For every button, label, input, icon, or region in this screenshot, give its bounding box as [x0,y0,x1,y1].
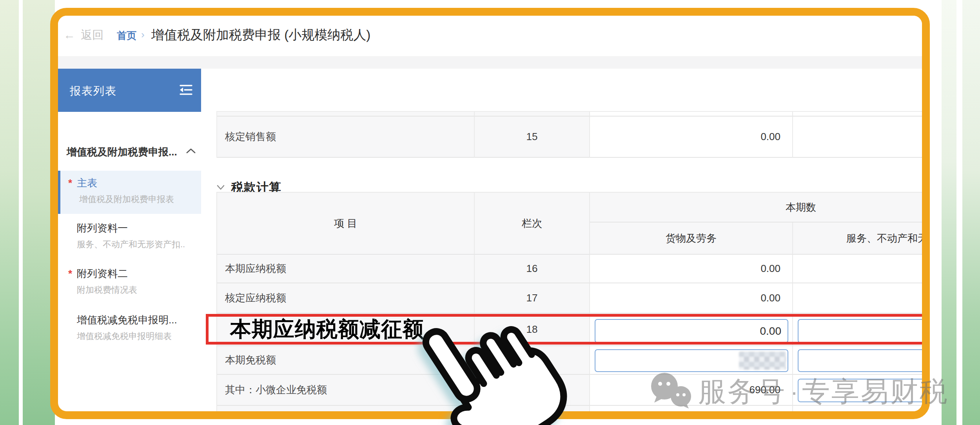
sidebar-group-toggle[interactable]: 增值税及附加税费申报... [67,145,196,162]
table-cell [793,112,930,117]
table-cell [217,112,475,117]
row-line-number: 15 [475,117,590,158]
row-line-number: 20 [475,375,590,406]
breadcrumb: ←返回 首页 › 增值税及附加税费申报 (小规模纳税人) [58,16,922,56]
annotation-row-label: 本期应纳税额减征额 [230,317,424,341]
breadcrumb-separator: › [141,29,145,41]
back-label: 返回 [81,29,103,41]
row-label: 核定销售额 [217,117,475,158]
table-sales-section: 核定销售额 15 0.00 [216,111,930,158]
row-line-number: 19 [475,346,590,375]
table-cell [793,255,930,283]
row-value: 0.00 [590,283,793,314]
table-cell [217,406,475,414]
required-asterisk: * [68,177,72,189]
table-cell [475,112,590,117]
highlight-annotation-box: 本期应纳税额减征额 [206,314,930,345]
required-asterisk: * [68,268,72,280]
sidebar-item-vat-reduction[interactable]: 增值税减免税申报明... 增值税减免税申报明细表 [58,313,201,352]
column-header-item: 项 目 [217,193,475,255]
table-cell [590,346,793,375]
sidebar-item-subtitle: 服务、不动产和无形资产扣.. [77,239,185,250]
column-header-current-period: 本期数 [590,193,930,223]
page: ←返回 首页 › 增值税及附加税费申报 (小规模纳税人) 报表列表 [0,0,980,425]
table-cell [793,375,930,406]
back-arrow-icon: ← [64,28,75,41]
app-window: ←返回 首页 › 增值税及附加税费申报 (小规模纳税人) 报表列表 [50,8,930,419]
page-title: 增值税及附加税费申报 (小规模纳税人) [151,26,370,44]
chevron-up-icon [186,148,196,155]
breadcrumb-home-link[interactable]: 首页 [117,29,136,42]
amount-input[interactable] [798,349,930,372]
row-label: 本期免税额 [217,346,475,375]
table-cell [590,406,793,414]
sidebar-title: 报表列表 [70,84,117,98]
table-tax-calculation: 项 目 栏次 本期数 货物及劳务 服务、不动产和无形资产 本期应纳税额 16 0… [216,192,930,414]
sidebar-item-main-form[interactable]: * 主表 增值税及附加税费申报表 [58,171,201,214]
sidebar-item-appendix-1[interactable]: 附列资料一 服务、不动产和无形资产扣.. [58,221,201,261]
background-stripe-right-inner [942,0,956,425]
chevron-down-icon [216,185,225,190]
redacted-value-blur [739,352,786,370]
row-value: 0.00 [590,117,793,158]
back-button[interactable]: ←返回 [64,27,103,43]
column-header-services-realestate: 服务、不动产和无形资产 [793,223,930,255]
sidebar-item-label: 附列资料一 [77,221,128,235]
table-cell [475,406,590,414]
row-line-number: 16 [475,255,590,283]
sidebar-item-label: 增值税减免税申报明... [77,313,177,327]
header-divider-band [58,56,922,69]
row-label: 核定应纳税额 [217,283,475,314]
background-stripe-left-outer [0,0,19,425]
sidebar-item-appendix-2[interactable]: * 附列资料二 附加税费情况表 [58,267,201,306]
sidebar-item-label: 主表 [77,176,97,190]
row-line-number: 17 [475,283,590,314]
background-stripe-right-outer [962,0,980,425]
table-cell [793,406,930,414]
sidebar-header: 报表列表 [58,69,201,112]
table-cell [793,117,930,158]
row-value: 0.00 [590,255,793,283]
sidebar-group-label: 增值税及附加税费申报... [67,146,177,158]
table-cell [793,346,930,375]
menu-fold-icon[interactable] [179,84,193,96]
sidebar-item-subtitle: 增值税及附加税费申报表 [79,193,174,205]
table-cell [793,283,930,314]
column-header-line-no: 栏次 [475,193,590,255]
table-cell [590,112,793,117]
amount-input[interactable] [595,349,788,372]
row-value: 690.00 [590,375,793,406]
sidebar-item-subtitle: 增值税减免税申报明细表 [77,330,172,342]
row-label: 其中：小微企业免税额 [217,375,475,406]
amount-input[interactable] [798,379,930,402]
sidebar-item-label: 附列资料二 [77,267,128,281]
column-header-goods-services: 货物及劳务 [590,223,793,255]
row-label: 本期应纳税额 [217,255,475,283]
sidebar-item-subtitle: 附加税费情况表 [77,284,137,296]
